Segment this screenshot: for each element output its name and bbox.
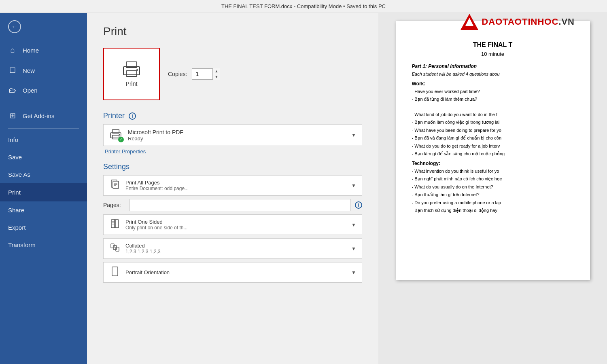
doc-line-5: - What have you been doing to prepare fo… — [412, 127, 574, 134]
svg-rect-21 — [113, 245, 117, 250]
print-button-label: Print — [126, 80, 138, 87]
sides-svg-icon — [110, 219, 119, 229]
sidebar-item-info-label: Info — [8, 136, 18, 143]
printer-status-check: ✓ — [118, 137, 124, 142]
logo-text: DAOTAOTINHOC.VN — [482, 17, 575, 27]
back-icon: ← — [8, 20, 21, 33]
svg-rect-23 — [112, 267, 118, 276]
sidebar-item-save-label: Save — [8, 154, 22, 161]
printer-status: Ready — [128, 135, 351, 142]
document-preview: THE FINAL T 10 minute Part 1: Personal i… — [396, 21, 590, 280]
copies-row: Copies: ▲ ▼ — [168, 68, 220, 80]
copies-label: Copies: — [168, 71, 187, 77]
svg-rect-4 — [126, 71, 137, 76]
doc-tech-3: - What do you usually do on the Internet… — [412, 184, 574, 190]
sides-dropdown[interactable]: Print One Sided Only print on one side o… — [103, 214, 362, 235]
sides-icon — [109, 219, 121, 231]
svg-rect-20 — [111, 244, 114, 248]
copies-increment[interactable]: ▲ — [213, 68, 220, 74]
doc-part1-subhead: Each student will be asked 4 questions a… — [412, 71, 574, 78]
orientation-main: Portrait Orientation — [125, 269, 346, 275]
sidebar: ← ⌂ Home ☐ New 🗁 Open ⊞ Get Add-ins Info… — [0, 13, 87, 364]
sidebar-item-open[interactable]: 🗁 Open — [0, 80, 87, 100]
collation-dropdown[interactable]: Collated 1,2,3 1,2,3 1,2,3 ▼ — [103, 238, 362, 259]
collation-text: Collated 1,2,3 1,2,3 1,2,3 — [125, 243, 346, 254]
pages-label: Pages: — [103, 202, 125, 208]
printer-icon-wrap: ✓ — [109, 129, 122, 142]
sidebar-item-home[interactable]: ⌂ Home — [0, 40, 87, 60]
sides-main: Print One Sided — [125, 219, 346, 225]
printer-name: Microsoft Print to PDF — [128, 129, 351, 135]
sidebar-item-get-add-ins[interactable]: ⊞ Get Add-ins — [0, 106, 87, 126]
copies-input-wrap: ▲ ▼ — [192, 68, 220, 80]
doc-part1-head: Part 1: Personal information — [412, 63, 574, 69]
sidebar-divider-2 — [8, 128, 79, 129]
sidebar-item-open-label: Open — [23, 87, 38, 94]
sidebar-item-new[interactable]: ☐ New — [0, 60, 87, 80]
print-panel: Print Print Copies: — [87, 13, 607, 364]
svg-rect-11 — [113, 181, 119, 188]
collation-sub: 1,2,3 1,2,3 1,2,3 — [125, 249, 346, 254]
sidebar-item-info[interactable]: Info — [0, 131, 87, 148]
printer-properties-link[interactable]: Printer Properties — [105, 148, 146, 154]
pages-range-arrow: ▼ — [351, 183, 356, 188]
copies-input[interactable] — [192, 69, 212, 79]
printer-section-header: Printer i — [103, 112, 362, 120]
sidebar-item-share[interactable]: Share — [0, 201, 87, 219]
document-title: THE FINAL TEST FORM.docx - Compatibility… — [221, 3, 386, 9]
doc-preview-title: THE FINAL T — [412, 41, 574, 49]
sidebar-item-transform[interactable]: Transform — [0, 236, 87, 254]
sidebar-item-export[interactable]: Export — [0, 219, 87, 236]
open-icon: 🗁 — [8, 86, 17, 95]
doc-tech-4: - Bạn thường làm gì trên Internet? — [412, 191, 574, 198]
orientation-svg-icon — [110, 267, 119, 276]
collation-arrow: ▼ — [351, 246, 356, 252]
pages-info-icon[interactable]: i — [355, 201, 362, 209]
printer-info: Microsoft Print to PDF Ready — [128, 129, 351, 142]
print-title: Print — [103, 25, 362, 38]
pages-input[interactable] — [129, 199, 351, 211]
sidebar-item-share-label: Share — [8, 207, 24, 214]
doc-work-head: Work: — [412, 81, 574, 87]
pages-range-dropdown[interactable]: Print All Pages Entire Document: odd pag… — [103, 175, 362, 196]
logo-area: DAOTAOTINHOC.VN — [460, 13, 575, 31]
doc-tech-5: - Do you prefer using a mobile phone or … — [412, 199, 574, 206]
new-icon: ☐ — [8, 66, 17, 75]
sidebar-item-transform-label: Transform — [8, 241, 36, 248]
doc-line-7: - What do you do to get ready for a job … — [412, 143, 574, 150]
collation-main: Collated — [125, 243, 346, 249]
get-add-ins-icon: ⊞ — [8, 111, 17, 120]
doc-tech-head: Technology: — [412, 161, 574, 166]
copies-decrement[interactable]: ▼ — [213, 74, 220, 80]
sides-sub: Only print on one side of th... — [125, 225, 346, 231]
print-button[interactable]: Print — [103, 48, 160, 100]
pages-icon — [110, 180, 119, 189]
svg-point-5 — [136, 69, 138, 71]
doc-line-2: - Bạn đã từng đi làm thêm chưa? — [412, 96, 574, 103]
doc-line-1: - Have you ever worked part time? — [412, 88, 574, 95]
sidebar-item-home-label: Home — [23, 47, 39, 54]
collation-svg-icon — [110, 243, 119, 252]
orientation-arrow: ▼ — [351, 270, 356, 275]
orientation-dropdown[interactable]: Portrait Orientation ▼ — [103, 262, 362, 283]
preview-panel: THE FINAL T 10 minute Part 1: Personal i… — [378, 13, 607, 364]
pages-range-text: Print All Pages Entire Document: odd pag… — [125, 180, 346, 191]
home-icon: ⌂ — [8, 46, 17, 55]
printer-info-icon[interactable]: i — [129, 112, 136, 120]
sidebar-item-save-as[interactable]: Save As — [0, 166, 87, 183]
sidebar-divider — [8, 103, 79, 103]
settings-section: Print All Pages Entire Document: odd pag… — [103, 175, 362, 283]
sides-text: Print One Sided Only print on one side o… — [125, 219, 346, 231]
sidebar-item-print[interactable]: Print — [0, 183, 87, 201]
title-bar: THE FINAL TEST FORM.docx - Compatibility… — [0, 0, 607, 13]
doc-line-4: - Bạn muốn làm công việc gì trong tương … — [412, 119, 574, 126]
sidebar-item-save[interactable]: Save — [0, 148, 87, 166]
sides-arrow: ▼ — [351, 222, 356, 228]
printer-select-row[interactable]: ✓ Microsoft Print to PDF Ready ▼ — [103, 124, 362, 146]
sidebar-item-save-as-label: Save As — [8, 171, 30, 178]
back-button[interactable]: ← — [0, 13, 87, 40]
pages-range-sub: Entire Document: odd page... — [125, 186, 346, 191]
settings-section-title: Settings — [103, 163, 129, 171]
doc-line-8: - Bạn làm gì để sẵn sàng cho một cuộc ph… — [412, 150, 574, 157]
svg-point-9 — [119, 134, 120, 135]
